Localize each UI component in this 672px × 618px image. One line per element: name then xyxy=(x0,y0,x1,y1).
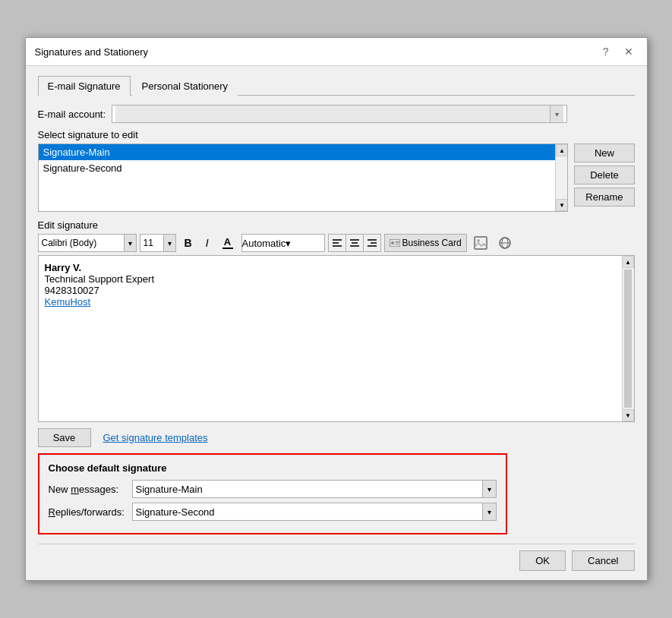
edit-area-wrapper: Harry V. Technical Support Expert 942831… xyxy=(38,255,635,422)
svg-rect-7 xyxy=(371,242,377,244)
font-name-value: Calibri (Body) xyxy=(39,238,124,248)
replies-value: Signature-Second xyxy=(133,506,482,518)
svg-rect-8 xyxy=(368,245,377,247)
business-card-label: Business Card xyxy=(402,238,462,248)
delete-button[interactable]: Delete xyxy=(574,166,634,184)
new-messages-value: Signature-Main xyxy=(133,484,482,495)
edit-sig-label: Edit signature xyxy=(38,219,635,231)
font-size-arrow: ▾ xyxy=(163,235,175,251)
save-row: Save Get signature templates xyxy=(38,428,635,447)
email-account-value xyxy=(115,106,550,122)
new-button[interactable]: New xyxy=(574,143,634,162)
font-size-dropdown[interactable]: 11 ▾ xyxy=(140,234,176,252)
svg-point-10 xyxy=(391,241,394,244)
svg-rect-3 xyxy=(350,239,359,241)
footer-row: OK Cancel xyxy=(38,544,635,571)
sig-toolbar: Calibri (Body) ▾ 11 ▾ B I A Automatic ▾ xyxy=(38,234,635,252)
insert-hyperlink-button[interactable] xyxy=(494,234,516,252)
rename-button[interactable]: Rename xyxy=(574,188,634,207)
replies-arrow: ▾ xyxy=(482,503,496,520)
sig-list-scrollbar[interactable]: ▲ ▼ xyxy=(555,144,567,211)
auto-color-arrow: ▾ xyxy=(286,238,291,249)
title-bar-controls: ? ✕ xyxy=(598,44,638,59)
tab-email-signature[interactable]: E-mail Signature xyxy=(38,76,131,96)
hyperlink-icon xyxy=(498,236,512,250)
edit-area[interactable]: Harry V. Technical Support Expert 942831… xyxy=(38,255,635,422)
svg-point-14 xyxy=(477,239,480,242)
italic-button[interactable]: I xyxy=(200,234,214,252)
align-center-button[interactable] xyxy=(346,235,364,251)
edit-scroll-up[interactable]: ▲ xyxy=(622,256,634,268)
svg-rect-12 xyxy=(396,244,399,244)
align-right-icon xyxy=(368,238,377,248)
svg-rect-6 xyxy=(368,239,377,241)
svg-rect-0 xyxy=(333,239,342,241)
sig-list-wrapper: Signature-Main Signature-Second ▲ ▼ xyxy=(38,143,569,212)
default-signature-box: Choose default signature New messages: S… xyxy=(38,453,507,534)
svg-rect-2 xyxy=(333,245,342,247)
align-left-button[interactable] xyxy=(329,235,346,251)
font-color-swatch xyxy=(222,248,233,249)
help-button[interactable]: ? xyxy=(598,44,614,59)
auto-color-value: Automatic xyxy=(242,238,286,249)
dialog-title: Signatures and Stationery xyxy=(35,46,149,58)
tab-email-signature-label: E-mail Signature xyxy=(48,80,121,92)
email-account-dropdown[interactable]: ▾ xyxy=(112,105,567,123)
font-color-letter: A xyxy=(224,236,231,248)
scroll-up-arrow[interactable]: ▲ xyxy=(556,144,568,156)
auto-color-dropdown[interactable]: Automatic ▾ xyxy=(241,234,325,252)
cancel-button[interactable]: Cancel xyxy=(572,550,634,571)
font-size-value: 11 xyxy=(140,238,163,248)
svg-rect-13 xyxy=(475,237,487,249)
email-account-arrow: ▾ xyxy=(550,106,563,122)
title-bar: Signatures and Stationery ? ✕ xyxy=(26,38,647,66)
font-color-button[interactable]: A xyxy=(217,234,238,252)
tab-bar: E-mail Signature Personal Stationery xyxy=(38,75,635,96)
sig-name: Harry V. xyxy=(45,262,616,273)
close-button[interactable]: ✕ xyxy=(620,44,638,59)
business-card-button[interactable]: Business Card xyxy=(384,234,467,252)
save-button[interactable]: Save xyxy=(38,428,91,447)
tab-personal-stationery[interactable]: Personal Stationery xyxy=(132,76,238,96)
sig-list-item-main[interactable]: Signature-Main xyxy=(39,144,556,160)
edit-content: Harry V. Technical Support Expert 942831… xyxy=(45,262,616,307)
svg-rect-11 xyxy=(396,241,399,243)
align-right-button[interactable] xyxy=(364,235,380,251)
get-templates-link[interactable]: Get signature templates xyxy=(103,432,208,443)
font-name-arrow: ▾ xyxy=(124,235,136,251)
sig-list-area: Signature-Main Signature-Second ▲ ▼ New … xyxy=(38,143,635,212)
sig-list: Signature-Main Signature-Second xyxy=(39,144,556,211)
email-account-row: E-mail account: ▾ xyxy=(38,105,635,123)
ok-button[interactable]: OK xyxy=(519,550,566,571)
new-messages-arrow: ▾ xyxy=(482,481,496,497)
align-group xyxy=(328,234,381,252)
bold-button[interactable]: B xyxy=(179,234,197,252)
select-sig-label: Select signature to edit xyxy=(38,129,635,140)
sig-list-item-second[interactable]: Signature-Second xyxy=(39,160,556,176)
svg-rect-4 xyxy=(352,242,358,244)
replies-label: Replies/forwards: xyxy=(49,506,132,518)
sig-link[interactable]: KemuHost xyxy=(45,296,616,307)
insert-picture-icon xyxy=(474,236,487,250)
edit-scroll-thumb xyxy=(624,270,632,408)
svg-rect-5 xyxy=(350,245,359,247)
sig-role: Technical Support Expert xyxy=(45,273,616,285)
sig-buttons: New Delete Rename xyxy=(574,143,634,212)
sig-phone: 9428310027 xyxy=(45,285,616,296)
new-messages-label: New messages: xyxy=(49,484,132,495)
scroll-down-arrow[interactable]: ▼ xyxy=(556,199,568,211)
replies-dropdown[interactable]: Signature-Second ▾ xyxy=(132,503,497,521)
edit-scrollbar[interactable]: ▲ ▼ xyxy=(622,256,634,421)
dialog-body: E-mail Signature Personal Stationery E-m… xyxy=(26,66,647,580)
insert-picture-button[interactable] xyxy=(470,234,491,252)
default-sig-title: Choose default signature xyxy=(49,462,497,474)
svg-rect-1 xyxy=(333,242,339,244)
business-card-icon xyxy=(390,239,400,247)
new-messages-row: New messages: Signature-Main ▾ xyxy=(49,480,497,498)
edit-scroll-down[interactable]: ▼ xyxy=(622,409,634,421)
dialog: Signatures and Stationery ? ✕ E-mail Sig… xyxy=(25,37,648,581)
font-name-dropdown[interactable]: Calibri (Body) ▾ xyxy=(38,234,137,252)
email-account-label: E-mail account: xyxy=(38,109,106,120)
align-center-icon xyxy=(350,238,359,248)
new-messages-dropdown[interactable]: Signature-Main ▾ xyxy=(132,480,497,498)
